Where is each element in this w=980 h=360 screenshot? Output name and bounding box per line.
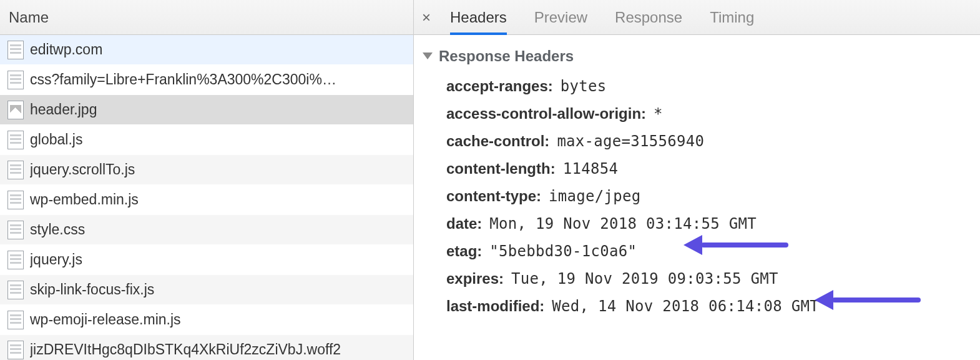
response-header-row: expires:Tue, 19 Nov 2019 09:03:55 GMT — [446, 265, 980, 292]
request-name: skip-link-focus-fix.js — [30, 281, 413, 298]
response-header-row: content-length:114854 — [446, 155, 980, 182]
response-header-row: date:Mon, 19 Nov 2018 03:14:55 GMT — [446, 210, 980, 238]
response-header-row: access-control-allow-origin:* — [446, 100, 980, 128]
request-row[interactable]: header.jpg — [0, 95, 413, 125]
image-file-icon — [7, 101, 24, 119]
close-icon[interactable]: × — [414, 0, 439, 34]
request-name: jquery.js — [30, 251, 413, 268]
name-column-header-label: Name — [9, 0, 49, 35]
document-file-icon — [7, 41, 24, 59]
tab-headers[interactable]: Headers — [450, 0, 507, 35]
response-headers-list: accept-ranges:bytesaccess-control-allow-… — [418, 72, 980, 320]
request-name: header.jpg — [30, 101, 413, 118]
request-name: wp-embed.min.js — [30, 191, 413, 208]
header-name: cache-control: — [446, 132, 549, 150]
tab-preview[interactable]: Preview — [534, 0, 587, 35]
request-row[interactable]: css?family=Libre+Franklin%3A300%2C300i%… — [0, 65, 413, 95]
header-value: bytes — [561, 78, 607, 95]
devtools-network-panel: Name editwp.comcss?family=Libre+Franklin… — [0, 0, 980, 360]
document-file-icon — [7, 251, 24, 269]
name-column-header[interactable]: Name — [0, 0, 413, 35]
header-name: content-type: — [446, 188, 541, 205]
request-name: jquery.scrollTo.js — [30, 161, 413, 178]
request-name: css?family=Libre+Franklin%3A300%2C300i%… — [30, 71, 413, 88]
header-value: * — [654, 105, 663, 122]
tab-timing[interactable]: Timing — [710, 0, 754, 35]
request-row[interactable]: skip-link-focus-fix.js — [0, 275, 413, 305]
request-row[interactable]: editwp.com — [0, 35, 413, 65]
header-value: 114854 — [563, 160, 619, 178]
header-name: date: — [446, 215, 482, 232]
header-name: etag: — [446, 242, 482, 260]
section-title: Response Headers — [439, 48, 574, 65]
headers-panel: Response Headers accept-ranges:bytesacce… — [414, 35, 980, 320]
request-name: style.css — [30, 221, 413, 238]
header-value: Wed, 14 Nov 2018 06:14:08 GMT — [552, 298, 819, 315]
requests-list-pane: Name editwp.comcss?family=Libre+Franklin… — [0, 0, 414, 360]
document-file-icon — [7, 341, 24, 359]
document-file-icon — [7, 221, 24, 239]
header-name: expires: — [446, 270, 504, 288]
chevron-down-icon — [423, 52, 433, 59]
response-header-row: cache-control:max-age=31556940 — [446, 128, 980, 155]
request-row[interactable]: wp-embed.min.js — [0, 185, 413, 215]
request-name: editwp.com — [30, 41, 413, 58]
request-name: wp-emoji-release.min.js — [30, 311, 413, 328]
tab-response[interactable]: Response — [615, 0, 682, 35]
document-file-icon — [7, 311, 24, 329]
header-value: image/jpeg — [549, 188, 641, 205]
detail-tabs: HeadersPreviewResponseTiming — [439, 0, 754, 34]
header-value: Mon, 19 Nov 2018 03:14:55 GMT — [489, 215, 757, 232]
header-value: 5bebbd30-1c0a6 — [489, 242, 637, 260]
request-row[interactable]: jquery.js — [0, 245, 413, 275]
request-row[interactable]: wp-emoji-release.min.js — [0, 305, 413, 335]
response-headers-section-toggle[interactable]: Response Headers — [418, 44, 980, 72]
request-name: global.js — [30, 131, 413, 148]
header-name: last-modified: — [446, 298, 544, 315]
header-name: accept-ranges: — [446, 78, 553, 95]
document-file-icon — [7, 161, 24, 179]
detail-tabs-bar: × HeadersPreviewResponseTiming — [414, 0, 980, 35]
request-row[interactable]: jquery.scrollTo.js — [0, 155, 413, 185]
header-value: max-age=31556940 — [557, 132, 704, 150]
request-row[interactable]: global.js — [0, 125, 413, 155]
response-header-row: accept-ranges:bytes — [446, 72, 980, 100]
header-name: content-length: — [446, 160, 556, 178]
document-file-icon — [7, 191, 24, 209]
header-name: access-control-allow-origin: — [446, 105, 646, 122]
requests-rows: editwp.comcss?family=Libre+Franklin%3A30… — [0, 35, 413, 360]
request-name: jizDREVItHgc8qDIbSTKq4XkRiUf2zcZiVbJ.wof… — [30, 341, 413, 358]
response-header-row: last-modified:Wed, 14 Nov 2018 06:14:08 … — [446, 292, 980, 320]
document-file-icon — [7, 281, 24, 299]
detail-pane: × HeadersPreviewResponseTiming Response … — [414, 0, 980, 360]
highlight-arrow-icon — [815, 296, 921, 304]
document-file-icon — [7, 131, 24, 149]
request-row[interactable]: jizDREVItHgc8qDIbSTKq4XkRiUf2zcZiVbJ.wof… — [0, 335, 413, 360]
response-header-row: content-type:image/jpeg — [446, 182, 980, 210]
header-value: Tue, 19 Nov 2019 09:03:55 GMT — [511, 270, 778, 288]
request-row[interactable]: style.css — [0, 215, 413, 245]
response-header-row: etag:5bebbd30-1c0a6 — [446, 238, 980, 265]
document-file-icon — [7, 71, 24, 89]
highlight-arrow-icon — [684, 241, 788, 249]
